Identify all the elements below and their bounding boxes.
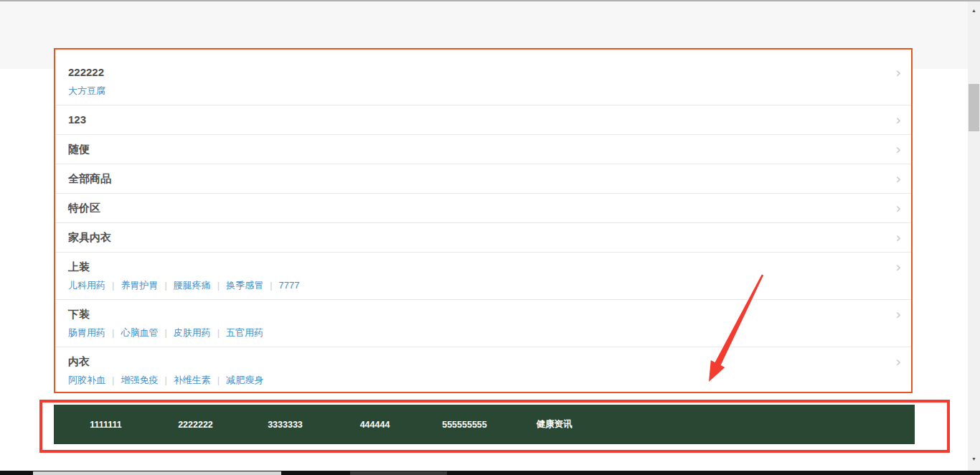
category-title: 内衣 [68, 354, 894, 369]
category-sublinks: 大方豆腐 [68, 83, 894, 98]
taskbar-edge-dark-segment [350, 471, 447, 475]
category-title: 222222 [68, 65, 894, 80]
footer-nav-item[interactable]: 健康资讯 [509, 418, 599, 431]
scroll-up-icon: ▲ [971, 8, 976, 13]
footer-nav-item[interactable]: 555555555 [420, 420, 509, 430]
chevron-right-icon[interactable]: › [895, 231, 901, 245]
subcategory-link[interactable]: 减肥瘦身 [226, 375, 263, 385]
footer-nav-item[interactable]: 3333333 [240, 420, 330, 430]
category-title: 123 [68, 113, 86, 127]
category-title: 随便 [68, 142, 90, 156]
chevron-right-icon[interactable]: › [895, 355, 901, 369]
category-row[interactable]: 特价区 › [55, 194, 911, 223]
category-row[interactable]: 123 › [55, 105, 911, 135]
footer-nav-bar: 1111111 2222222 3333333 444444 555555555… [54, 405, 915, 444]
chevron-right-icon[interactable]: › [895, 113, 901, 127]
category-row[interactable]: 222222 大方豆腐 › [55, 54, 911, 105]
subcategory-link[interactable]: 增强免疫 [121, 375, 173, 385]
footer-nav-item[interactable]: 444444 [330, 420, 420, 430]
chevron-right-icon[interactable]: › [895, 143, 901, 156]
subcategory-link[interactable]: 腰腿疼痛 [174, 280, 226, 291]
footer-nav-item[interactable]: 1111111 [61, 420, 151, 430]
category-sublinks: 阿胶补血增强免疫补维生素减肥瘦身 [68, 372, 894, 387]
footer-nav-item[interactable]: 2222222 [151, 420, 240, 430]
category-title: 家具内衣 [68, 230, 111, 245]
subcategory-link[interactable]: 补维生素 [174, 375, 226, 385]
chevron-right-icon[interactable]: › [895, 66, 901, 80]
subcategory-link[interactable]: 大方豆腐 [68, 85, 105, 96]
subcategory-link[interactable]: 心脑血管 [121, 327, 173, 338]
subcategory-link[interactable]: 皮肤用药 [174, 327, 226, 338]
taskbar-edge-light-segment [33, 471, 281, 475]
category-row[interactable]: 全部商品 › [55, 164, 911, 194]
chevron-right-icon[interactable]: › [895, 260, 901, 274]
subcategory-link[interactable]: 肠胃用药 [68, 327, 121, 338]
category-panel: 222222 大方豆腐 › 123 › 随便 › 全部商品 › 特价区 › 家具… [54, 48, 913, 393]
category-row[interactable]: 随便 › [55, 135, 911, 164]
chevron-right-icon[interactable]: › [895, 202, 901, 215]
category-sublinks: 肠胃用药心脑血管皮肤用药五官用药 [68, 325, 894, 340]
subcategory-link[interactable]: 养胃护胃 [121, 280, 173, 291]
subcategory-link[interactable]: 阿胶补血 [68, 375, 121, 385]
category-row[interactable]: 下装 肠胃用药心脑血管皮肤用药五官用药 › [55, 300, 911, 347]
category-row[interactable]: 内衣 阿胶补血增强免疫补维生素减肥瘦身 › [55, 347, 911, 394]
category-title: 上装 [68, 260, 894, 274]
vertical-scrollbar[interactable]: ▲ ▼ [968, 1, 980, 471]
chevron-right-icon[interactable]: › [895, 172, 901, 186]
category-title: 全部商品 [68, 171, 111, 186]
page: 222222 大方豆腐 › 123 › 随便 › 全部商品 › 特价区 › 家具… [0, 0, 980, 475]
subcategory-link[interactable]: 换季感冒 [226, 280, 278, 291]
chevron-right-icon[interactable]: › [895, 308, 901, 321]
scroll-down-icon: ▼ [971, 456, 976, 461]
subcategory-link[interactable]: 7777 [279, 280, 300, 291]
category-row[interactable]: 上装 儿科用药养胃护胃腰腿疼痛换季感冒7777 › [55, 253, 911, 300]
category-row[interactable]: 家具内衣 › [55, 223, 911, 253]
scrollbar-thumb[interactable] [969, 84, 979, 131]
category-title: 下装 [68, 307, 894, 321]
category-title: 特价区 [68, 201, 100, 215]
subcategory-link[interactable]: 儿科用药 [68, 280, 121, 291]
scroll-down-button[interactable]: ▼ [968, 453, 980, 465]
category-sublinks: 儿科用药养胃护胃腰腿疼痛换季感冒7777 [68, 278, 894, 293]
subcategory-link[interactable]: 五官用药 [226, 327, 263, 338]
taskbar-edge [0, 471, 980, 475]
scroll-up-button[interactable]: ▲ [968, 4, 980, 17]
